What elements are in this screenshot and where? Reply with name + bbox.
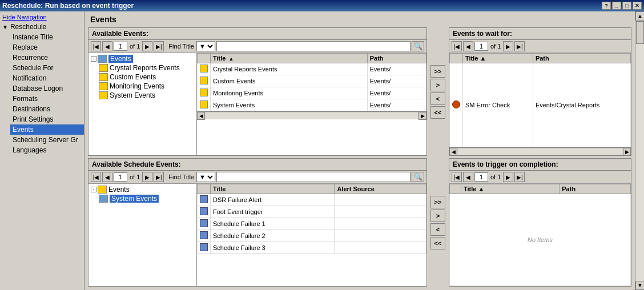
help-button[interactable]: ? [602,2,611,10]
prev-page-button[interactable]: ◀ [463,172,473,182]
next-page-button[interactable]: ▶ [142,41,152,51]
scroll-left-button[interactable]: ◀ [197,112,205,120]
tree-system-events[interactable]: System Events [98,91,195,100]
tree-root-item[interactable]: - Events [90,54,195,63]
sidebar-item-formats[interactable]: Formats [10,94,84,104]
tree-system-events[interactable]: System Events [98,194,195,203]
last-page-button[interactable]: ▶| [514,41,525,51]
table-row[interactable]: Schedule Failure 2 [198,230,426,242]
table-row[interactable]: DSR Failure Alert [198,194,426,206]
scroll-up-button[interactable]: ▲ [635,11,644,21]
page-number-input[interactable] [474,172,488,182]
collapse-button[interactable]: - [91,187,96,192]
find-input[interactable] [216,41,410,51]
row-title: Custom Events [211,75,368,87]
prev-page-button[interactable]: ◀ [102,172,112,182]
remove-all-button[interactable]: << [430,237,445,249]
table-row[interactable]: Schedule Failure 1 [198,218,426,230]
collapse-button[interactable]: - [91,56,96,62]
sidebar-item-database-logon[interactable]: Database Logon [10,83,84,94]
path-column-header[interactable]: Path [367,54,426,63]
prev-page-button[interactable]: ◀ [463,41,473,51]
events-to-trigger-toolbar: |◀ ◀ of 1 ▶ ▶| [449,171,631,184]
tree-root-item[interactable]: - Events [90,185,195,194]
table-row[interactable]: Schedule Failure 3 [198,242,426,254]
search-button[interactable]: 🔍 [412,172,424,182]
table-row[interactable]: Crystal Reports Events Events/ [198,63,426,75]
last-page-button[interactable]: ▶| [154,41,164,51]
scroll-down-button[interactable]: ▼ [635,281,644,290]
tree-custom-events[interactable]: Custom Events [98,72,195,82]
first-page-button[interactable]: |◀ [91,41,101,51]
minimize-button[interactable]: _ [612,2,621,10]
table-row[interactable]: System Events Events/ [198,99,426,111]
first-page-button[interactable]: |◀ [452,172,462,182]
path-column-header[interactable]: Path [560,184,631,194]
first-page-button[interactable]: |◀ [91,172,101,182]
sidebar-item-notification[interactable]: Notification [10,73,84,83]
last-page-button[interactable]: ▶| [514,172,525,182]
first-page-button[interactable]: |◀ [452,41,462,51]
restore-button[interactable]: □ [622,2,631,10]
page-number-input[interactable] [114,42,127,51]
scroll-right-button[interactable]: ▶ [418,112,426,120]
title-column-header[interactable]: Title ▲ [211,54,368,63]
row-path: Events/ [367,87,426,99]
add-all-button[interactable]: >> [430,196,445,208]
tree-crystal-reports[interactable]: Crystal Reports Events [98,63,195,72]
search-button[interactable]: 🔍 [412,41,424,51]
icon-column-header [198,54,211,63]
table-row[interactable]: SM Error Check Events/Crystal Reports [450,63,631,147]
remove-button[interactable]: < [430,223,445,236]
add-button[interactable]: > [430,210,445,222]
tree-monitoring-events[interactable]: Monitoring Events [98,82,195,91]
prev-page-button[interactable]: ◀ [102,41,112,51]
events-list: Title ▲ Path Crystal Reports Events Even… [197,53,426,155]
sidebar-item-scheduling-server[interactable]: Scheduling Server Gr [10,135,84,145]
sidebar-item-events[interactable]: Events [10,124,84,135]
sidebar-parent-reschedule[interactable]: ▼ Reschedule [0,22,84,32]
alert-source-column-header[interactable]: Alert Source [335,184,426,194]
add-all-button[interactable]: >> [430,65,445,78]
scroll-right-button[interactable]: ▶ [623,148,631,156]
next-page-button[interactable]: ▶ [142,172,152,182]
title-column-header[interactable]: Title ▲ [461,184,560,194]
add-button[interactable]: > [430,79,445,91]
find-input[interactable] [216,172,410,182]
next-page-button[interactable]: ▶ [503,41,513,51]
sidebar-item-destinations[interactable]: Destinations [10,104,84,114]
sidebar-item-print-settings[interactable]: Print Settings [10,114,84,124]
sidebar-item-instance-title[interactable]: Instance Title [10,32,84,42]
path-column-header[interactable]: Path [533,54,630,63]
row-title: Monitoring Events [211,87,368,99]
remove-button[interactable]: < [430,92,445,105]
scroll-left-button[interactable]: ◀ [449,148,457,156]
folder-icon [200,76,208,84]
table-row[interactable]: Foot Event trigger [198,206,426,218]
events-to-trigger-title: Events to trigger on completion: [449,159,631,171]
title-column-header[interactable]: Title [211,184,335,194]
title-column-header[interactable]: Title ▲ [463,54,533,63]
schedule-event-icon [200,195,208,203]
find-dropdown[interactable]: ▼ [196,172,215,182]
sidebar-item-recurrence[interactable]: Recurrence [10,53,84,63]
row-alert-source [335,218,426,230]
table-row[interactable]: Custom Events Events/ [198,75,426,87]
page-number-input[interactable] [114,172,127,182]
sidebar-item-replace[interactable]: Replace [10,42,84,53]
remove-all-button[interactable]: << [430,106,445,119]
find-dropdown[interactable]: ▼ [196,41,215,51]
sidebar-item-schedule-for[interactable]: Schedule For [10,63,84,73]
sidebar-item-languages[interactable]: Languages [10,145,84,155]
scroll-thumb[interactable] [636,21,644,44]
close-button[interactable]: ✕ [633,2,642,10]
horizontal-scrollbar[interactable]: ◀ ▶ [449,147,631,155]
page-number-input[interactable] [474,42,488,51]
table-row[interactable]: Monitoring Events Events/ [198,87,426,99]
scroll-track [458,149,622,155]
horizontal-scrollbar[interactable]: ◀ ▶ [197,111,426,119]
folder-icon [99,91,108,99]
last-page-button[interactable]: ▶| [154,172,164,182]
next-page-button[interactable]: ▶ [503,172,513,182]
hide-navigation-button[interactable]: Hide Navigation [0,13,84,22]
